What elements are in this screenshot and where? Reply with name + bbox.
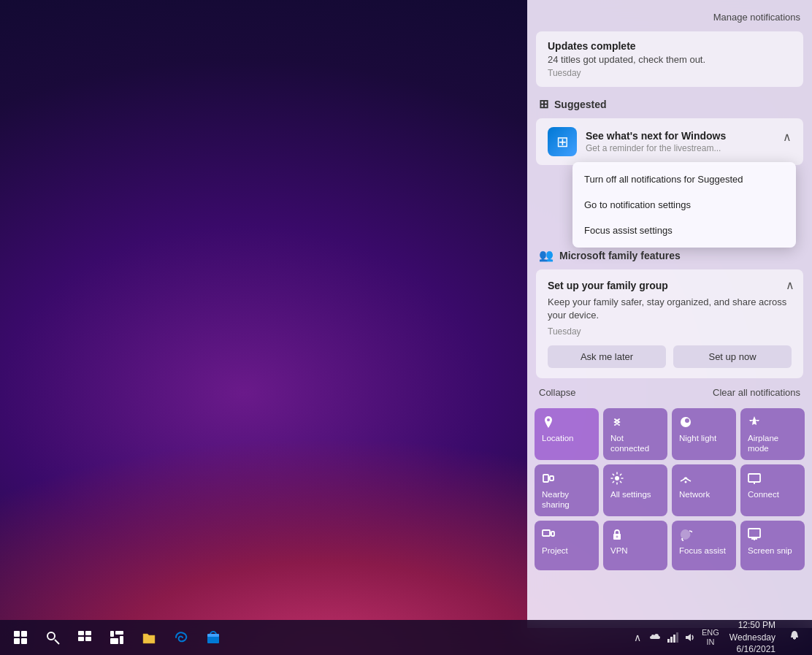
- clock[interactable]: 12:50 PM Wednesday 6/16/2021: [724, 616, 781, 655]
- svg-rect-32: [207, 634, 219, 637]
- set-up-now-button[interactable]: Set up now: [673, 345, 792, 368]
- file-explorer-button[interactable]: [134, 623, 164, 652]
- svg-rect-33: [667, 639, 670, 643]
- svg-rect-23: [78, 631, 84, 635]
- qa-tile-network[interactable]: Network: [672, 464, 736, 516]
- suggested-chevron-button[interactable]: ∧: [780, 127, 794, 147]
- notif-time: Tuesday: [548, 68, 792, 78]
- qa-tile-screen-snip[interactable]: Screen snip: [740, 521, 805, 570]
- ask-me-later-button[interactable]: Ask me later: [548, 345, 666, 368]
- notif-title: Updates complete: [548, 40, 792, 52]
- system-tray: ∧: [630, 630, 697, 645]
- svg-rect-37: [793, 637, 796, 639]
- focus-assist-icon: [679, 528, 692, 543]
- nearby-sharing-label: Nearby sharing: [542, 490, 591, 510]
- svg-rect-28: [115, 631, 123, 635]
- qa-tile-all-settings[interactable]: All settings: [603, 464, 667, 516]
- svg-rect-20: [21, 638, 27, 644]
- svg-line-22: [55, 640, 59, 644]
- svg-rect-29: [110, 638, 118, 644]
- svg-rect-17: [14, 631, 20, 637]
- svg-rect-30: [120, 636, 123, 644]
- volume-tray-icon[interactable]: [683, 630, 697, 645]
- tray-chevron[interactable]: ∧: [630, 630, 645, 645]
- family-card-chevron[interactable]: ∧: [786, 278, 794, 292]
- svg-point-5: [685, 480, 687, 483]
- qa-tile-vpn[interactable]: VPN: [603, 521, 667, 570]
- network-tray-icon[interactable]: [665, 630, 680, 645]
- night-light-icon: [679, 415, 692, 431]
- clock-time: 12:50 PM: [729, 619, 775, 632]
- suggested-subtitle: Get a reminder for the livestream...: [586, 143, 726, 153]
- svg-rect-35: [673, 635, 675, 643]
- family-card-time: Tuesday: [548, 326, 792, 337]
- all-settings-label: All settings: [610, 490, 651, 500]
- svg-rect-27: [110, 631, 114, 637]
- clock-full-date: 6/16/2021: [729, 643, 775, 655]
- suggested-icon: ⊞: [539, 97, 548, 111]
- updates-notification-card: Updates complete 24 titles got updated, …: [536, 31, 803, 87]
- task-view-button[interactable]: [70, 623, 99, 652]
- qa-tile-focus-assist[interactable]: Focus assist: [672, 521, 736, 570]
- taskbar-right: ∧ ENG: [630, 616, 812, 655]
- context-menu-item-focus-assist[interactable]: Focus assist settings: [572, 218, 796, 243]
- airplane-mode-label: Airplane mode: [748, 434, 797, 454]
- suggested-app-icon: ⊞: [548, 127, 577, 156]
- svg-rect-2: [543, 475, 548, 482]
- suggested-card: ⊞ See what's next for Windows Get a remi…: [536, 118, 803, 165]
- qa-tile-bluetooth[interactable]: Not connected: [603, 408, 667, 460]
- svg-point-1: [685, 418, 689, 423]
- nearby-sharing-icon: [542, 472, 555, 487]
- svg-rect-26: [85, 637, 91, 641]
- start-button[interactable]: [6, 623, 35, 652]
- screen-snip-label: Screen snip: [748, 546, 792, 556]
- screen-snip-icon: [748, 528, 761, 543]
- store-button[interactable]: [199, 623, 228, 652]
- clock-date: Wednesday: [729, 632, 775, 644]
- svg-rect-3: [550, 476, 554, 480]
- clear-all-link[interactable]: Clear all notifications: [713, 387, 800, 398]
- night-light-label: Night light: [679, 434, 716, 444]
- svg-rect-14: [748, 529, 760, 537]
- manage-notifications-link[interactable]: Manage notifications: [527, 9, 812, 28]
- qa-tile-project[interactable]: Project: [535, 521, 599, 570]
- location-icon: [542, 415, 555, 431]
- svg-rect-10: [551, 532, 554, 536]
- svg-point-21: [47, 632, 55, 640]
- project-label: Project: [542, 546, 568, 556]
- svg-rect-36: [676, 632, 678, 643]
- edge-button[interactable]: [166, 623, 196, 652]
- suggested-card-header: ⊞ See what's next for Windows Get a remi…: [536, 118, 803, 165]
- bluetooth-label: Not connected: [610, 434, 660, 454]
- svg-point-13: [616, 535, 618, 537]
- suggested-section-header: ⊞ Suggested: [527, 90, 812, 115]
- location-label: Location: [542, 434, 573, 444]
- svg-rect-24: [85, 631, 91, 635]
- focus-assist-label: Focus assist: [679, 546, 726, 556]
- vpn-label: VPN: [610, 546, 628, 556]
- network-label: Network: [679, 490, 710, 500]
- svg-rect-25: [78, 637, 84, 641]
- svg-rect-18: [21, 631, 27, 637]
- airplane-mode-icon: [748, 415, 761, 431]
- taskbar-left: [0, 623, 228, 652]
- svg-rect-6: [748, 474, 760, 482]
- context-menu-item-turn-off[interactable]: Turn off all notifications for Suggested: [572, 166, 796, 192]
- qa-tile-location[interactable]: Location: [535, 408, 599, 460]
- qa-tile-night-light[interactable]: Night light: [672, 408, 736, 460]
- widgets-button[interactable]: [102, 623, 131, 652]
- onedrive-icon[interactable]: [648, 630, 662, 645]
- qa-tile-nearby-sharing[interactable]: Nearby sharing: [535, 464, 599, 516]
- context-menu-item-notif-settings[interactable]: Go to notification settings: [572, 192, 796, 218]
- qa-tile-airplane-mode[interactable]: Airplane mode: [740, 408, 805, 460]
- qa-tile-connect[interactable]: Connect: [740, 464, 805, 516]
- family-label: Microsoft family features: [559, 250, 681, 261]
- language-indicator[interactable]: ENG IN: [702, 628, 719, 647]
- project-icon: [542, 528, 555, 543]
- collapse-link[interactable]: Collapse: [539, 387, 576, 398]
- search-button[interactable]: [38, 623, 67, 652]
- notification-bell[interactable]: [786, 627, 803, 648]
- family-card-title: Set up your family group: [548, 280, 792, 291]
- collapse-clear-bar: Collapse Clear all notifications: [527, 381, 812, 404]
- suggested-title: See what's next for Windows: [586, 130, 726, 142]
